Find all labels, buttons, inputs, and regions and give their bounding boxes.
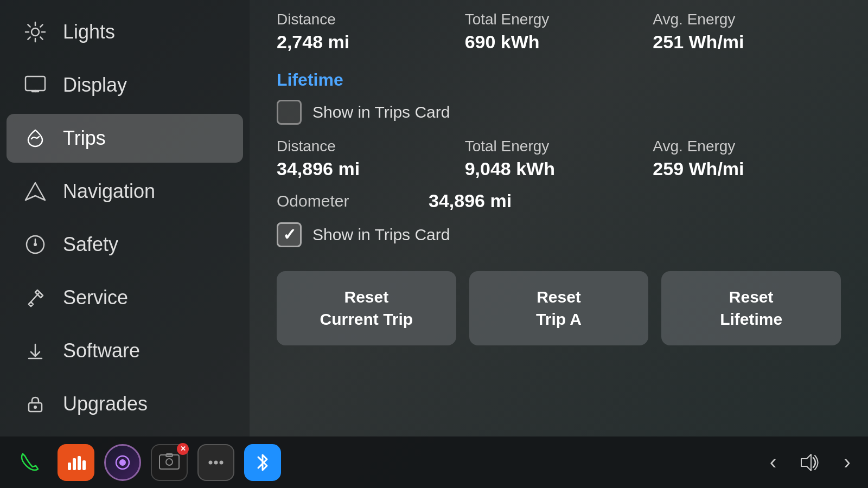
- current-energy-label: Total Energy: [465, 11, 653, 28]
- forward-arrow[interactable]: ›: [837, 446, 857, 478]
- svg-marker-31: [801, 454, 811, 471]
- svg-point-0: [31, 28, 39, 36]
- svg-point-30: [220, 460, 224, 464]
- current-avg-label: Avg. Energy: [653, 11, 841, 28]
- current-distance-stat: Distance 2,748 mi: [277, 11, 465, 53]
- svg-point-29: [214, 460, 218, 464]
- sidebar-item-navigation[interactable]: Navigation: [7, 167, 243, 216]
- screenshot-icon[interactable]: ✕: [151, 444, 188, 481]
- software-icon: [23, 338, 48, 363]
- odometer-show-trips-row: ✓ Show in Trips Card: [277, 222, 841, 247]
- volume-control[interactable]: [799, 452, 821, 473]
- svg-line-7: [40, 24, 42, 27]
- service-icon: [23, 285, 48, 310]
- svg-point-26: [166, 459, 173, 465]
- screenshot-badge: ✕: [177, 443, 189, 455]
- upgrades-label: Upgrades: [63, 393, 148, 415]
- lifetime-show-trips-checkbox[interactable]: [277, 100, 302, 125]
- lifetime-energy-value: 9,048 kWh: [465, 158, 653, 179]
- taskbar-nav: ‹ ›: [763, 446, 857, 478]
- current-avg-stat: Avg. Energy 251 Wh/mi: [653, 11, 841, 53]
- sidebar-item-display[interactable]: Display: [7, 61, 243, 110]
- svg-rect-20: [73, 458, 76, 470]
- lifetime-section: Lifetime Show in Trips Card Distance 34,…: [277, 65, 841, 260]
- trips-label: Trips: [63, 127, 106, 150]
- current-distance-label: Distance: [277, 11, 465, 28]
- navigation-label: Navigation: [63, 180, 155, 203]
- odometer-value: 34,896 mi: [429, 190, 512, 211]
- svg-line-8: [28, 37, 30, 39]
- svg-rect-22: [82, 460, 86, 470]
- display-label: Display: [63, 74, 127, 97]
- buttons-row: ResetCurrent Trip ResetTrip A ResetLifet…: [277, 271, 841, 345]
- svg-rect-9: [25, 76, 45, 91]
- svg-rect-21: [78, 456, 81, 470]
- svg-rect-19: [68, 463, 71, 470]
- lifetime-avg-value: 259 Wh/mi: [653, 158, 841, 179]
- current-energy-value: 690 kWh: [465, 31, 653, 53]
- lifetime-avg-stat: Avg. Energy 259 Wh/mi: [653, 138, 841, 179]
- service-label: Service: [63, 286, 128, 309]
- svg-line-6: [40, 37, 42, 39]
- odometer-label: Odometer: [277, 192, 429, 210]
- camera-icon[interactable]: [104, 444, 141, 481]
- odometer-show-trips-label: Show in Trips Card: [312, 226, 450, 244]
- odometer-row: Odometer 34,896 mi: [277, 190, 841, 211]
- reset-current-trip-button[interactable]: ResetCurrent Trip: [277, 271, 456, 345]
- upgrades-icon: [23, 391, 48, 416]
- svg-point-18: [34, 406, 37, 409]
- display-icon: [23, 73, 48, 98]
- back-arrow[interactable]: ‹: [763, 446, 783, 478]
- safety-label: Safety: [63, 233, 118, 256]
- safety-icon: [23, 232, 48, 257]
- lights-icon: [23, 20, 48, 44]
- odometer-show-trips-checkbox[interactable]: ✓: [277, 222, 302, 247]
- current-energy-stat: Total Energy 690 kWh: [465, 11, 653, 53]
- lifetime-show-trips-row: Show in Trips Card: [277, 100, 841, 125]
- software-label: Software: [63, 339, 140, 362]
- lifetime-energy-label: Total Energy: [465, 138, 653, 155]
- sidebar-item-trips[interactable]: Trips: [7, 114, 243, 163]
- reset-trip-a-button[interactable]: ResetTrip A: [469, 271, 649, 345]
- lifetime-distance-label: Distance: [277, 138, 465, 155]
- taskbar: ✕ ‹ ›: [0, 436, 868, 488]
- lifetime-section-header: Lifetime: [277, 70, 841, 90]
- sidebar-item-service[interactable]: Service: [7, 273, 243, 322]
- sidebar-item-lights[interactable]: Lights: [7, 8, 243, 56]
- checkmark-icon: ✓: [283, 227, 296, 243]
- lifetime-show-trips-label: Show in Trips Card: [312, 103, 450, 121]
- lifetime-avg-label: Avg. Energy: [653, 138, 841, 155]
- current-distance-value: 2,748 mi: [277, 31, 465, 53]
- lifetime-stats-row: Distance 34,896 mi Total Energy 9,048 kW…: [277, 138, 841, 179]
- main-content: Distance 2,748 mi Total Energy 690 kWh A…: [250, 0, 868, 488]
- svg-point-24: [119, 459, 126, 466]
- sidebar-item-upgrades[interactable]: Upgrades: [7, 380, 243, 428]
- sidebar-item-safety[interactable]: Safety: [7, 220, 243, 269]
- current-avg-value: 251 Wh/mi: [653, 31, 841, 53]
- phone-icon[interactable]: [11, 444, 48, 481]
- current-trip-section: Distance 2,748 mi Total Energy 690 kWh A…: [277, 11, 841, 61]
- lifetime-distance-stat: Distance 34,896 mi: [277, 138, 465, 179]
- bluetooth-icon[interactable]: [244, 444, 281, 481]
- audio-equalizer-icon[interactable]: [58, 444, 94, 481]
- svg-marker-12: [25, 183, 45, 200]
- lifetime-distance-value: 34,896 mi: [277, 158, 465, 179]
- svg-point-28: [209, 460, 213, 464]
- sidebar: Lights Display Trips: [0, 0, 250, 436]
- svg-line-5: [28, 24, 30, 27]
- trips-icon: [23, 126, 48, 151]
- lifetime-energy-stat: Total Energy 9,048 kWh: [465, 138, 653, 179]
- sidebar-item-software[interactable]: Software: [7, 326, 243, 375]
- reset-lifetime-button[interactable]: ResetLifetime: [661, 271, 841, 345]
- more-options-icon[interactable]: [197, 444, 234, 481]
- navigation-icon: [23, 179, 48, 204]
- lights-label: Lights: [63, 21, 115, 43]
